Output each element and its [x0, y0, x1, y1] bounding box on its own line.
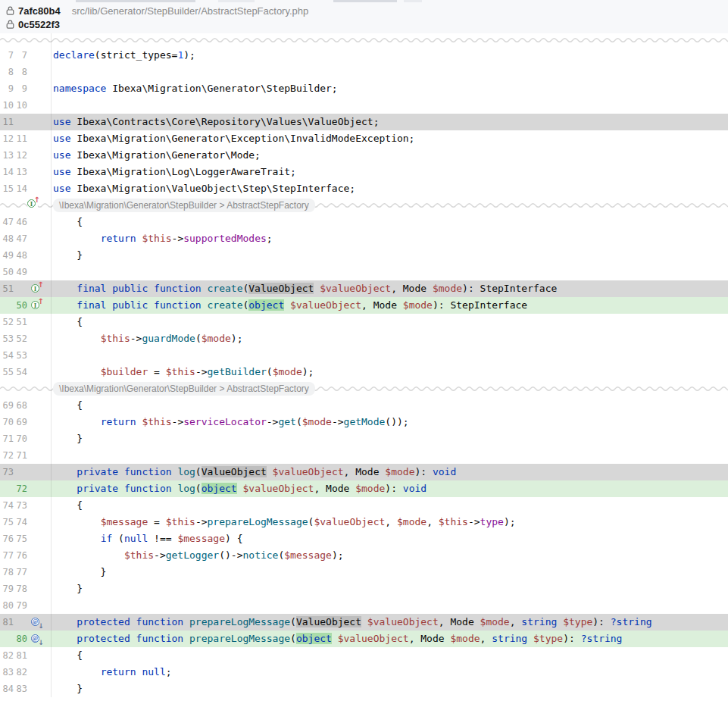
gutter: 5554 — [0, 364, 51, 380]
code-line[interactable]: } — [51, 681, 728, 697]
line-number-old: 79 — [0, 584, 14, 594]
code-line[interactable]: return $this->serviceLocator->get($mode-… — [51, 414, 728, 430]
gutter: 4847 — [0, 230, 51, 247]
gutter: 4948 — [0, 247, 51, 264]
line-number-new: 70 — [14, 433, 27, 444]
diff-row: 1514use Ibexa\Migration\ValueObject\Step… — [0, 180, 728, 197]
code-line[interactable]: use Ibexa\Migration\Generator\Mode; — [51, 147, 728, 164]
line-number-old: 84 — [0, 684, 14, 694]
code-line[interactable]: $this->getLogger()->notice($message); — [51, 547, 728, 564]
code-line[interactable]: use Ibexa\Migration\ValueObject\Step\Ste… — [51, 180, 728, 197]
gutter: 72 — [0, 480, 51, 497]
collapsed-region-separator[interactable]: \Ibexa\Migration\Generator\StepBuilder >… — [0, 380, 728, 397]
code-line[interactable]: return $this->supportedModes; — [51, 230, 728, 247]
line-number-old: 78 — [0, 567, 14, 577]
diff-row: 1010 — [0, 97, 728, 114]
code-line[interactable]: return null; — [51, 664, 728, 681]
implements-icon[interactable]: I↑ — [31, 283, 42, 294]
code-line[interactable]: $this->guardMode($mode); — [51, 330, 728, 347]
line-number-new: 8 — [14, 67, 27, 77]
line-number-old: 50 — [0, 267, 14, 277]
code-line[interactable]: final public function create(object $val… — [51, 297, 728, 314]
diff-row: 80@↓ protected function prepareLogMessag… — [0, 631, 728, 647]
line-number-new: 76 — [14, 550, 27, 561]
context-breadcrumb[interactable]: \Ibexa\Migration\Generator\StepBuilder >… — [53, 199, 315, 212]
line-number-old: 9 — [0, 83, 14, 94]
context-breadcrumb[interactable]: \Ibexa\Migration\Generator\StepBuilder >… — [53, 382, 315, 396]
line-number-old: 77 — [0, 550, 14, 561]
code-line[interactable]: namespace Ibexa\Migration\Generator\Step… — [51, 80, 728, 97]
code-line[interactable]: use Ibexa\Migration\Log\LoggerAwareTrait… — [51, 164, 728, 180]
code-line[interactable]: use Ibexa\Migration\Generator\Exception\… — [51, 130, 728, 147]
line-number-new: 78 — [14, 584, 27, 594]
code-line[interactable]: protected function prepareLogMessage(obj… — [51, 631, 728, 647]
line-number-old: 81 — [0, 617, 14, 627]
code-line[interactable]: { — [51, 314, 728, 330]
code-line[interactable]: final public function create(ValueObject… — [51, 280, 728, 297]
diff-header: 7afc80b4 src/lib/Generator/StepBuilder/A… — [0, 0, 728, 33]
code-line[interactable]: } — [51, 247, 728, 264]
commit-hash-old: 7afc80b4 — [18, 5, 61, 17]
implements-icon[interactable]: I↑ — [31, 300, 42, 311]
gutter: 5251 — [0, 314, 51, 330]
code-line[interactable]: private function log(object $valueObject… — [51, 480, 728, 497]
code-line[interactable]: private function log(ValueObject $valueO… — [51, 464, 728, 480]
overridden-icon[interactable]: @↓ — [31, 634, 42, 644]
code-line[interactable]: use Ibexa\Contracts\Core\Repository\Valu… — [51, 114, 728, 130]
gutter: 7271 — [0, 447, 51, 464]
lock-icon — [6, 6, 14, 15]
code-line[interactable]: $message = $this->prepareLogMessage($val… — [51, 514, 728, 530]
diff-row: 8281 { — [0, 647, 728, 664]
line-number-new: 50 — [14, 300, 27, 311]
line-number-old: 52 — [0, 317, 14, 327]
code-line[interactable]: if (null !== $message) { — [51, 530, 728, 547]
line-number-old: 83 — [0, 667, 14, 678]
diff-row: 1312use Ibexa\Migration\Generator\Mode; — [0, 147, 728, 164]
diff-row: 99namespace Ibexa\Migration\Generator\St… — [0, 80, 728, 97]
collapsed-region-separator[interactable] — [0, 33, 728, 47]
gutter: 80@↓ — [0, 631, 51, 647]
overridden-icon[interactable]: @↓ — [31, 617, 42, 627]
line-number-new: 72 — [14, 484, 27, 494]
line-number-new: 71 — [14, 450, 27, 461]
line-number-old: 54 — [0, 350, 14, 361]
collapsed-region-separator[interactable]: I↑\Ibexa\Migration\Generator\StepBuilder… — [0, 197, 728, 214]
code-line[interactable]: { — [51, 497, 728, 514]
line-number-old: 10 — [0, 100, 14, 111]
diff-row: 5453 — [0, 347, 728, 364]
diff-editor[interactable]: 77declare(strict_types=1);8899namespace … — [0, 33, 728, 697]
code-line[interactable]: $builder = $this->getBuilder($mode); — [51, 364, 728, 380]
gutter: 7675 — [0, 530, 51, 547]
diff-row: 4746 { — [0, 214, 728, 230]
gutter: 5453 — [0, 347, 51, 364]
diff-row: 51I↑ final public function create(ValueO… — [0, 280, 728, 297]
implements-icon[interactable]: I↑ — [27, 199, 38, 209]
code-line[interactable]: { — [51, 214, 728, 230]
code-line[interactable]: } — [51, 430, 728, 447]
cutoff-tab-strip — [218, 0, 255, 2]
gutter: 7574 — [0, 514, 51, 530]
code-line[interactable]: { — [51, 397, 728, 414]
line-number-new: 48 — [14, 250, 27, 261]
gutter: 50I↑ — [0, 297, 51, 314]
gutter: 8483 — [0, 681, 51, 697]
diff-row: 7271 — [0, 447, 728, 464]
line-number-old: 7 — [0, 50, 14, 61]
line-number-old: 12 — [0, 133, 14, 144]
cutoff-tab-strip — [333, 0, 397, 2]
line-number-old: 55 — [0, 367, 14, 377]
diff-row: 7574 $message = $this->prepareLogMessage… — [0, 514, 728, 530]
diff-row: 7675 if (null !== $message) { — [0, 530, 728, 547]
line-number-new: 69 — [14, 417, 27, 427]
diff-row: 7776 $this->getLogger()->notice($message… — [0, 547, 728, 564]
code-line[interactable]: { — [51, 647, 728, 664]
code-line[interactable]: protected function prepareLogMessage(Val… — [51, 614, 728, 631]
code-line[interactable]: } — [51, 564, 728, 581]
code-line[interactable]: } — [51, 581, 728, 597]
code-line[interactable]: declare(strict_types=1); — [51, 47, 728, 64]
diff-row: 5554 $builder = $this->getBuilder($mode)… — [0, 364, 728, 380]
line-number-new: 83 — [14, 684, 27, 694]
line-number-new: 54 — [14, 367, 27, 377]
gutter: 1413 — [0, 164, 51, 180]
gutter: 6968 — [0, 397, 51, 414]
